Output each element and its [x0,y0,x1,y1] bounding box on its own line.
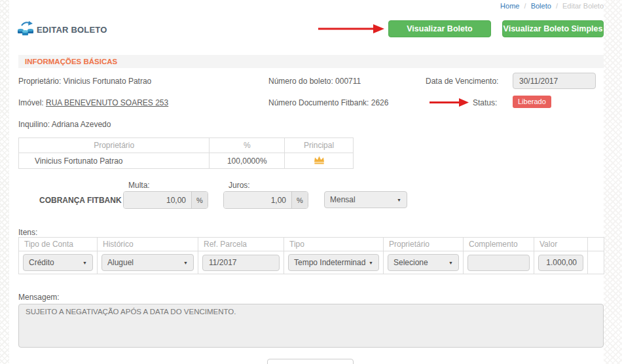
historico-select-value: Aluguel [107,258,181,267]
itens-col-actions [588,238,604,251]
breadcrumb-boleto[interactable]: Boleto [531,2,551,10]
visualizar-boleto-bancario-button[interactable]: Visualizar Boleto Bancário [388,20,491,37]
cobranca-fitbank-title: COBRANÇA FITBANK [39,196,122,205]
multa-percent-addon: % [191,192,208,208]
multa-input[interactable] [124,192,191,208]
owners-table-row: Vinicius Fortunato Patrao 100,0000% [19,153,354,169]
itens-col-ref-parcela: Ref. Parcela [198,238,284,251]
doc-fitbank-field: Número Documento Fitbank: 2626 [268,98,388,107]
vencimento-label: Data de Vencimento: [426,77,498,86]
proprietario-select[interactable]: Selecione ▼ [388,254,459,271]
owner-principal-cell [285,153,354,169]
period-select[interactable]: Mensal ▼ [324,191,407,208]
valor-input[interactable] [538,255,583,271]
red-arrow-to-bancario-button [318,24,384,36]
editar-boleto-page: Home / Boleto / Editar Boleto EDITAR BOL… [0,0,622,364]
red-arrow-to-status [430,98,469,109]
chevron-down-icon: ▼ [448,261,453,265]
complemento-input[interactable] [467,255,530,271]
juros-input-group: % [223,191,308,209]
juros-percent-addon: % [291,192,308,208]
doc-fitbank-value: 2626 [371,98,389,107]
breadcrumb-separator: / [524,2,526,10]
owners-table: Proprietário % Principal Vinicius Fortun… [18,137,354,169]
itens-col-tipo-conta: Tipo de Conta [19,238,98,251]
numero-boleto-label: Número do boleto: [268,77,333,86]
page-title: EDITAR BOLETO [37,25,107,35]
itens-header-row: Tipo de Conta Histórico Ref. Parcela Tip… [19,238,604,251]
doc-fitbank-label: Número Documento Fitbank: [268,98,369,107]
breadcrumb-separator: / [556,2,558,10]
imovel-label: Imóvel: [18,98,44,107]
juros-label: Juros: [229,181,250,190]
numero-boleto-field: Número do boleto: 000711 [268,77,361,86]
inquilino-value: Adriana Azevedo [52,120,111,129]
inquilino-label: Inquilino: [18,120,50,129]
section-title: INFORMAÇÕES BÁSICAS [18,55,604,68]
itens-col-historico: Histórico [98,238,198,251]
left-edge-pattern [0,0,9,364]
chevron-down-icon: ▼ [82,261,87,265]
historico-select[interactable]: Aluguel ▼ [101,254,194,271]
itens-col-proprietario: Proprietário [384,238,464,251]
chevron-down-icon: ▼ [397,198,401,202]
tipo-conta-select-value: Crédito [29,258,80,267]
owner-percent: 100,0000% [210,153,285,169]
proprietario-field: Proprietário: Vinicius Fortunato Patrao [18,77,151,86]
numero-boleto-value: 000711 [335,77,361,86]
itens-table: Tipo de Conta Histórico Ref. Parcela Tip… [18,237,604,274]
vencimento-input[interactable] [513,73,596,89]
right-edge-pattern [604,0,622,364]
owners-col-proprietario: Proprietário [19,138,210,153]
owners-table-header-row: Proprietário % Principal [19,138,354,153]
imovel-field: Imóvel: RUA BENEVENUTO SOARES 253 [18,98,168,107]
proprietario-select-value: Selecione [393,258,446,267]
itens-label: Itens: [18,228,37,237]
itens-col-tipo: Tipo [284,238,384,251]
tipo-select[interactable]: Tempo Indeterminado ▼ [288,254,379,271]
juros-input[interactable] [224,192,291,208]
chevron-down-icon: ▼ [369,261,373,265]
itens-col-valor: Valor [534,238,588,251]
itens-row: Crédito ▼ Aluguel ▼ Tempo Indeterminado … [19,251,604,274]
bottom-partial-button[interactable] [267,359,354,364]
ref-parcela-input[interactable] [202,255,280,271]
breadcrumb-home[interactable]: Home [500,2,519,10]
owners-col-principal: Principal [285,138,354,153]
crown-icon [313,157,325,166]
proprietario-value: Vinicius Fortunato Patrao [64,77,152,86]
chevron-down-icon: ▼ [183,261,188,265]
tipo-select-value: Tempo Indeterminado [294,258,366,267]
period-select-value: Mensal [330,195,394,204]
multa-input-group: % [123,191,208,209]
inquilino-field: Inquilino: Adriana Azevedo [18,120,111,129]
boleto-coins-icon [17,20,34,39]
section-informacoes-basicas: INFORMAÇÕES BÁSICAS [18,55,604,68]
status-label: Status: [473,98,497,107]
multa-label: Multa: [128,181,150,190]
owner-name: Vinicius Fortunato Patrao [19,153,210,169]
imovel-link[interactable]: RUA BENEVENUTO SOARES 253 [46,98,168,107]
owners-col-percent: % [210,138,285,153]
itens-col-complemento: Complemento [464,238,534,251]
mensagem-label: Mensagem: [18,293,60,302]
tipo-conta-select[interactable]: Crédito ▼ [23,254,93,271]
visualizar-boleto-simples-button[interactable]: Visualizar Boleto Simples [502,20,604,37]
breadcrumb: Home / Boleto / Editar Boleto [500,2,604,10]
breadcrumb-current: Editar Boleto [562,2,604,10]
proprietario-label: Proprietário: [18,77,61,86]
status-badge: Liberado [513,96,551,108]
mensagem-textarea[interactable]: SUJEITO A NEGATIVAÇÃO APÓS A DATA DO VEN… [18,304,604,348]
